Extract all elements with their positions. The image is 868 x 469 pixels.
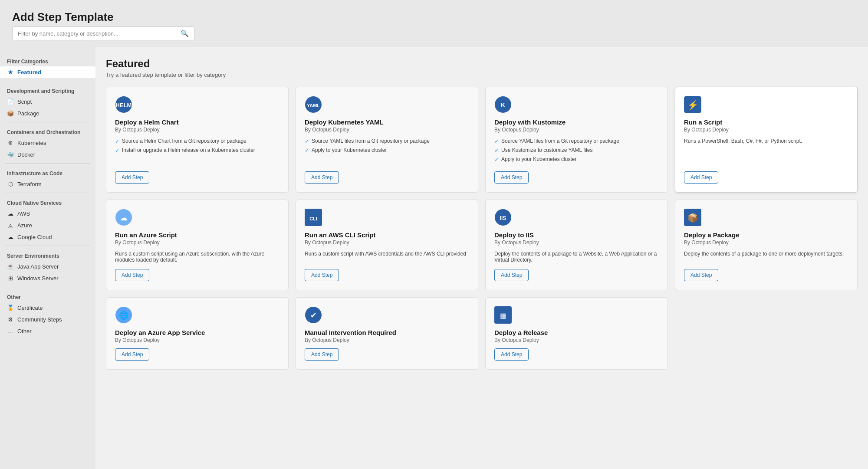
sidebar-item-package[interactable]: 📦 Package — [0, 108, 95, 119]
azure-app-icon: 🌐 — [115, 306, 132, 324]
helm-icon: HELM — [115, 96, 132, 113]
sidebar-item-featured[interactable]: ★ Featured — [0, 66, 95, 78]
card-author: By Octopus Deploy — [684, 127, 848, 133]
script-icon: 📄 — [7, 98, 14, 105]
main-layout: Filter Categories ★ Featured Development… — [0, 47, 868, 469]
sidebar-item-kubernetes[interactable]: ☸ Kubernetes — [0, 137, 95, 149]
windows-icon: ⊞ — [7, 275, 14, 282]
add-step-button[interactable]: Add Step — [684, 171, 718, 184]
kubernetes-yaml-icon: YAML — [305, 96, 322, 113]
run-script-icon: ⚡ — [684, 96, 701, 113]
content-header: Featured Try a featured step template or… — [106, 58, 858, 78]
aws-icon: ☁ — [7, 210, 14, 217]
add-step-button[interactable]: Add Step — [305, 269, 339, 281]
other-icon: … — [7, 328, 14, 335]
sidebar-item-aws[interactable]: ☁ AWS — [0, 208, 95, 220]
google-cloud-icon: ☁ — [7, 234, 14, 240]
sidebar-item-certificate[interactable]: 🏅 Certificate — [0, 302, 95, 314]
search-input[interactable] — [18, 30, 181, 37]
cards-row-3: 🌐 Deploy an Azure App Service By Octopus… — [106, 297, 858, 370]
card-title: Run an Azure Script — [115, 231, 279, 239]
feature-item: ✓Apply to your Kubernetes cluster — [494, 156, 659, 163]
sidebar-item-java[interactable]: ☕ Java App Server — [0, 261, 95, 272]
section-other: Other — [0, 290, 95, 302]
section-dev-scripting: Development and Scripting — [0, 84, 95, 96]
svg-text:▦: ▦ — [500, 312, 506, 319]
card-desc: Deploy the contents of a package to a We… — [494, 251, 659, 263]
card-author: By Octopus Deploy — [115, 337, 279, 343]
card-deploy-kustomize: K Deploy with Kustomize By Octopus Deplo… — [485, 87, 668, 193]
content-area: Featured Try a featured step template or… — [95, 47, 868, 469]
card-deploy-package: 📦 Deploy a Package By Octopus Deploy Dep… — [675, 200, 858, 290]
card-author: By Octopus Deploy — [305, 239, 469, 246]
manual-icon: ✔ — [305, 306, 322, 324]
card-author: By Octopus Deploy — [305, 337, 469, 343]
add-step-button[interactable]: Add Step — [494, 171, 529, 184]
section-iac: Infrastructure as Code — [0, 166, 95, 178]
content-subtitle: Try a featured step template or filter b… — [106, 72, 858, 78]
sidebar-item-azure[interactable]: ◬ Azure — [0, 220, 95, 231]
add-step-button[interactable]: Add Step — [115, 171, 149, 184]
add-step-button[interactable]: Add Step — [305, 171, 339, 184]
card-author: By Octopus Deploy — [494, 239, 659, 246]
feature-item: ✓Source YAML files from a Git repository… — [494, 138, 659, 144]
sidebar-divider-4 — [5, 193, 90, 193]
add-step-button[interactable]: Add Step — [684, 269, 718, 281]
azure-icon: ◬ — [7, 222, 14, 229]
svg-text:CLI: CLI — [309, 216, 317, 221]
sidebar-item-script[interactable]: 📄 Script — [0, 96, 95, 108]
add-step-button[interactable]: Add Step — [305, 348, 339, 361]
card-author: By Octopus Deploy — [305, 127, 469, 133]
card-title: Manual Intervention Required — [305, 329, 469, 336]
card-run-aws-cli: CLI Run an AWS CLI Script By Octopus Dep… — [296, 200, 478, 290]
certificate-icon: 🏅 — [7, 305, 14, 311]
card-deploy-helm: HELM Deploy a Helm Chart By Octopus Depl… — [106, 87, 289, 193]
svg-text:IIS: IIS — [500, 215, 506, 221]
add-step-button[interactable]: Add Step — [494, 348, 529, 361]
card-features: ✓Source YAML files from a Git repository… — [305, 138, 469, 165]
iis-icon: IIS — [494, 209, 512, 226]
card-title: Deploy a Helm Chart — [115, 118, 279, 126]
feature-item: ✓Source YAML files from a Git repository… — [305, 138, 469, 144]
azure-script-icon: ☁ — [115, 209, 132, 226]
sidebar-item-windows-server[interactable]: ⊞ Windows Server — [0, 272, 95, 284]
add-step-button[interactable]: Add Step — [115, 269, 149, 281]
terraform-icon: ⬡ — [7, 181, 14, 187]
sidebar-item-community-steps[interactable]: ⚙ Community Steps — [0, 314, 95, 325]
deploy-release-icon: ▦ — [494, 306, 512, 324]
sidebar-item-docker[interactable]: 🐳 Docker — [0, 149, 95, 161]
feature-item: ✓Apply to your Kubernetes cluster — [305, 147, 469, 154]
sidebar-item-other[interactable]: … Other — [0, 325, 95, 337]
check-icon: ✓ — [115, 138, 120, 144]
filter-categories-label: Filter Categories — [0, 54, 95, 66]
card-desc: Runs a custom script with AWS credential… — [305, 251, 469, 263]
kubernetes-icon: ☸ — [7, 140, 14, 146]
check-icon: ✓ — [305, 147, 309, 154]
card-features: ✓Source YAML files from a Git repository… — [494, 138, 659, 165]
sidebar: Filter Categories ★ Featured Development… — [0, 47, 95, 469]
add-step-button[interactable]: Add Step — [115, 348, 149, 361]
add-step-button[interactable]: Add Step — [494, 269, 529, 281]
card-author: By Octopus Deploy — [684, 239, 848, 246]
sidebar-item-terraform[interactable]: ⬡ Terraform — [0, 178, 95, 190]
card-deploy-release: ▦ Deploy a Release By Octopus Deploy Add… — [485, 297, 668, 370]
sidebar-divider-3 — [5, 163, 90, 164]
sidebar-item-google-cloud[interactable]: ☁ Google Cloud — [0, 231, 95, 243]
content-title: Featured — [106, 58, 858, 70]
check-icon: ✓ — [494, 138, 499, 144]
search-bar[interactable]: 🔍 — [12, 26, 194, 40]
check-icon: ✓ — [494, 156, 499, 163]
feature-item: ✓Install or upgrade a Helm release on a … — [115, 147, 279, 154]
card-author: By Octopus Deploy — [115, 127, 279, 133]
card-author: By Octopus Deploy — [494, 337, 659, 343]
card-azure-app-service: 🌐 Deploy an Azure App Service By Octopus… — [106, 297, 289, 370]
community-icon: ⚙ — [7, 316, 14, 323]
card-manual-intervention: ✔ Manual Intervention Required By Octopu… — [296, 297, 478, 370]
card-title: Deploy a Release — [494, 329, 659, 336]
card-desc: Runs a custom script using an Azure subs… — [115, 251, 279, 263]
card-desc: Deploy the contents of a package to one … — [684, 251, 848, 263]
card-title: Deploy Kubernetes YAML — [305, 118, 469, 126]
svg-text:📦: 📦 — [687, 213, 698, 223]
package-icon: 📦 — [7, 110, 14, 117]
search-icon: 🔍 — [181, 30, 189, 37]
